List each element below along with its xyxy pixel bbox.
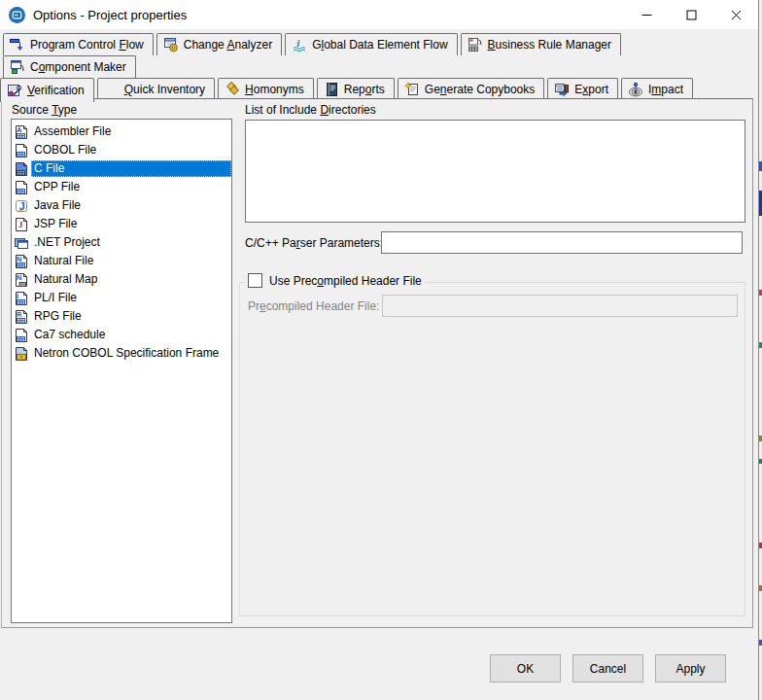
tab-row-2: Component Maker	[0, 55, 758, 78]
tab-reports[interactable]: Reports	[317, 78, 395, 100]
source-type-item-label: .NET Project	[31, 234, 103, 251]
program-control-flow-icon	[10, 37, 25, 52]
precompiled-header-file-input[interactable]	[382, 295, 738, 317]
generate-copybooks-icon	[404, 82, 420, 97]
source-type-item-label: COBOL File	[31, 142, 99, 158]
svg-text:N: N	[17, 273, 21, 282]
netron-cobol-specification-frame-icon	[14, 346, 29, 362]
source-type-item-cobol-file[interactable]: COBOL File	[12, 141, 231, 159]
homonyms-icon	[225, 82, 240, 97]
source-type-item-jsp-file[interactable]: JJSP File	[12, 215, 231, 233]
source-type-item-cpp-file[interactable]: CPP File	[12, 178, 231, 196]
rpg-file-icon: R	[14, 309, 29, 325]
source-type-listbox[interactable]: AAssembler FileCOBOL FileC FileCPP FileJ…	[11, 119, 232, 623]
close-button[interactable]	[713, 0, 758, 29]
source-type-item-label: JSP File	[31, 216, 80, 232]
source-type-item-pl-i-file[interactable]: IPL/I File	[12, 289, 231, 307]
tab-row-3: VerificationQuick InventoryHomonymsRepor…	[0, 78, 758, 100]
parser-parameters-input[interactable]	[381, 231, 743, 254]
source-type-item-netron-cobol-specification-frame[interactable]: Netron COBOL Specification Frame	[12, 344, 231, 363]
source-type-item-c-file[interactable]: C File	[12, 159, 231, 178]
tab-generate-copybooks[interactable]: Generate Copybooks	[398, 78, 544, 100]
tab-row-1: Program Control FlowChange AnalyzeriGlob…	[0, 33, 758, 55]
jsp-file-icon: J	[14, 217, 29, 232]
cancel-button[interactable]: Cancel	[572, 654, 643, 682]
apply-button[interactable]: Apply	[655, 654, 726, 682]
tab-label: Quick Inventory	[124, 83, 205, 96]
tab-verification[interactable]: Verification	[0, 78, 94, 102]
minimize-icon	[641, 10, 652, 20]
source-type-item-rpg-file[interactable]: RRPG File	[12, 307, 231, 326]
tab-program-control-flow[interactable]: Program Control Flow	[3, 33, 154, 55]
global-data-element-flow-icon: i	[292, 37, 307, 52]
source-type-item-natural-file[interactable]: NNatural File	[12, 252, 231, 270]
verification-tab-page: Source Type AAssembler FileCOBOL FileC F…	[1, 98, 753, 628]
caption-buttons	[624, 0, 758, 29]
business-rule-manager-icon	[468, 37, 483, 52]
tab-quick-inventory[interactable]: Quick Inventory	[97, 78, 215, 100]
assembler-file-icon: A	[14, 124, 29, 140]
verification-icon	[7, 83, 22, 98]
tab-export[interactable]: Export	[547, 78, 618, 100]
tab-strip: Program Control FlowChange AnalyzeriGlob…	[0, 29, 758, 100]
svg-text:I: I	[17, 292, 18, 300]
quick-inventory-icon	[104, 82, 120, 97]
natural-file-icon: N	[14, 254, 29, 269]
tab-global-data-element-flow[interactable]: iGlobal Data Element Flow	[285, 33, 457, 55]
tab-change-analyzer[interactable]: Change Analyzer	[156, 33, 282, 55]
source-type-label: Source Type	[12, 103, 77, 117]
source-type-item-label: Natural File	[31, 253, 96, 269]
source-type-item-assembler-file[interactable]: AAssembler File	[12, 122, 231, 141]
dialog-footer: OK Cancel Apply	[0, 628, 758, 700]
c-file-icon	[14, 161, 29, 177]
cobol-file-icon	[14, 143, 29, 158]
ca7-schedule-icon	[14, 328, 29, 343]
tab-impact[interactable]: Impact	[621, 78, 693, 100]
use-precompiled-header-checkbox[interactable]	[248, 273, 262, 288]
screen: Options - Project properties Program Con…	[0, 0, 762, 700]
precompiled-header-file-label: Precompiled Header File:	[248, 299, 379, 313]
impact-icon	[628, 82, 643, 97]
cpp-file-icon	[14, 180, 29, 195]
maximize-button[interactable]	[669, 0, 713, 29]
natural-map-icon: N	[14, 272, 29, 288]
svg-text:i: i	[296, 37, 300, 49]
precompiled-header-legend: Use Precompiled Header File	[244, 273, 426, 288]
ok-button[interactable]: OK	[490, 654, 561, 682]
tab-label: Homonyms	[245, 83, 304, 96]
source-type-item-label: Java File	[31, 197, 84, 214]
minimize-button[interactable]	[624, 0, 669, 29]
pli-file-icon: I	[14, 291, 29, 306]
source-type-item-net-project[interactable]: .NET Project	[12, 233, 231, 252]
svg-text:J: J	[18, 220, 23, 229]
tab-label: Change Analyzer	[184, 38, 272, 52]
source-type-item-label: Netron COBOL Specification Frame	[31, 345, 222, 362]
tab-label: Business Rule Manager	[488, 38, 611, 52]
component-maker-icon	[10, 59, 25, 75]
close-icon	[731, 10, 742, 20]
source-type-item-label: CPP File	[31, 179, 83, 195]
svg-text:A: A	[17, 125, 22, 134]
tab-component-maker[interactable]: Component Maker	[3, 55, 136, 78]
tab-business-rule-manager[interactable]: Business Rule Manager	[461, 33, 621, 55]
title-bar[interactable]: Options - Project properties	[0, 0, 758, 29]
parser-parameters-label: C/C++ Parser Parameters:	[245, 236, 383, 250]
source-type-item-ca7-schedule[interactable]: Ca7 schedule	[12, 326, 231, 344]
tab-label: Verification	[27, 84, 85, 97]
include-directories-listbox[interactable]	[245, 120, 745, 223]
tab-label: Impact	[648, 83, 683, 96]
tab-label: Generate Copybooks	[425, 83, 535, 96]
source-type-item-natural-map[interactable]: NNatural Map	[12, 270, 231, 289]
dotnet-project-icon	[14, 235, 29, 251]
export-icon	[554, 82, 570, 97]
source-type-item-java-file[interactable]: JJava File	[12, 196, 231, 215]
source-type-item-label: RPG File	[31, 308, 85, 325]
java-file-icon: J	[14, 198, 29, 214]
reports-icon	[324, 82, 339, 97]
precompiled-header-group: Use Precompiled Header File Precompiled …	[239, 282, 745, 616]
source-type-item-label: Assembler File	[31, 123, 114, 140]
tab-label: Component Maker	[30, 60, 126, 74]
svg-text:N: N	[17, 255, 21, 263]
tab-homonyms[interactable]: Homonyms	[218, 78, 314, 100]
tab-label: Reports	[344, 83, 385, 96]
